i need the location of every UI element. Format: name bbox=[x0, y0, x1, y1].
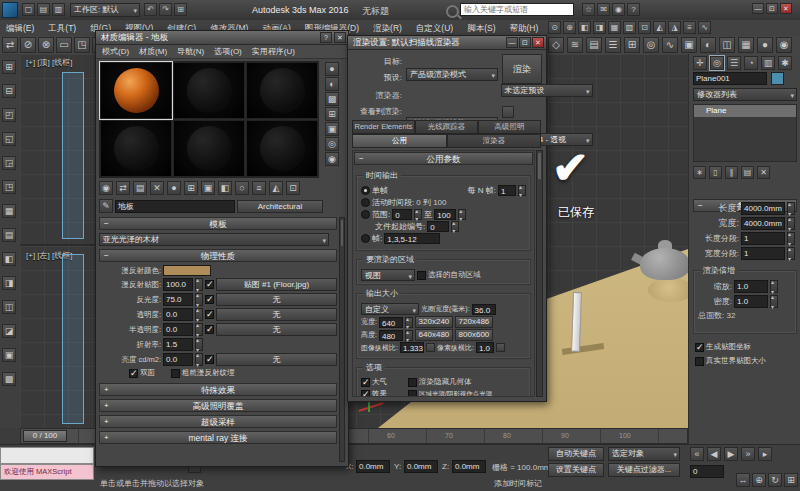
real-world-checkbox[interactable] bbox=[695, 357, 704, 366]
menu-customize[interactable]: 自定义(U) bbox=[410, 20, 459, 36]
tab-renderer[interactable]: 渲染器 bbox=[447, 134, 541, 148]
spinner-snap-icon[interactable]: ◨ bbox=[593, 21, 606, 34]
material-sample-slot[interactable] bbox=[246, 62, 318, 119]
maxscript-listener-white[interactable] bbox=[0, 447, 94, 464]
area-mode-dropdown[interactable]: 视图 bbox=[361, 269, 415, 281]
put-to-library-icon[interactable]: ⊞ bbox=[184, 181, 198, 195]
play-icon[interactable]: ▶ bbox=[724, 447, 738, 461]
shininess-spinner[interactable] bbox=[195, 293, 203, 306]
favorites-icon[interactable]: ☆ bbox=[582, 3, 595, 16]
new-scene-icon[interactable]: ▢ bbox=[22, 3, 35, 16]
render-hidden-checkbox[interactable] bbox=[408, 378, 417, 387]
close-material-editor-icon[interactable] bbox=[334, 32, 346, 43]
layout-tab-icon[interactable]: ◧ bbox=[2, 252, 16, 266]
menu-utilities[interactable]: 实用程序(U) bbox=[248, 45, 299, 58]
select-object-icon[interactable]: ▭ bbox=[56, 37, 72, 53]
help-icon[interactable]: ? bbox=[627, 3, 640, 16]
render-button[interactable]: 渲染 bbox=[502, 54, 542, 84]
layout-tab-icon[interactable]: ▦ bbox=[2, 204, 16, 218]
material-sample-slot[interactable] bbox=[173, 62, 245, 119]
pixel-aspect-field[interactable]: 1.0 bbox=[476, 342, 494, 353]
two-sided-checkbox[interactable] bbox=[129, 369, 138, 378]
menu-modes[interactable]: 模式(D) bbox=[98, 45, 133, 58]
time-slider-handle[interactable]: 0 / 100 bbox=[23, 430, 67, 442]
material-editor-icon[interactable]: ◎ bbox=[643, 37, 659, 53]
orbit-view-icon[interactable]: ↻ bbox=[768, 473, 782, 487]
maximize-viewport-icon[interactable]: ⊞ bbox=[784, 473, 798, 487]
material-sample-slot[interactable] bbox=[100, 62, 172, 119]
layout-tab-icon[interactable]: ◫ bbox=[2, 300, 16, 314]
mirror-tool-icon[interactable]: ≋ bbox=[567, 37, 583, 53]
file-start-field[interactable]: 0 bbox=[427, 221, 449, 232]
aperture-field[interactable]: 36.0 bbox=[472, 304, 496, 315]
transparency-map-button[interactable]: 无 bbox=[216, 308, 337, 321]
preset-320x240-button[interactable]: 320x240 bbox=[415, 316, 453, 328]
layout-tab-icon[interactable]: ◱ bbox=[2, 132, 16, 146]
schematic-view-icon[interactable]: ◇ bbox=[548, 37, 564, 53]
menu-help[interactable]: 帮助(H) bbox=[504, 20, 545, 36]
range-from-field[interactable]: 0 bbox=[392, 209, 412, 220]
width-field[interactable]: 4000.0mm bbox=[741, 217, 785, 230]
tab-raytracer[interactable]: 光线跟踪器 bbox=[415, 120, 478, 134]
layout-tab-icon[interactable]: ⊞ bbox=[2, 60, 16, 74]
output-preset-dropdown[interactable]: 自定义 bbox=[361, 303, 419, 315]
rendered-frame-icon[interactable]: ◫ bbox=[719, 37, 735, 53]
render-setup-titlebar[interactable]: 渲染设置: 默认扫描线渲染器 bbox=[348, 36, 546, 50]
get-material-icon[interactable]: ◉ bbox=[99, 181, 113, 195]
configure-modifier-sets-icon[interactable]: ▤ bbox=[741, 166, 754, 179]
material-sample-slot[interactable] bbox=[246, 120, 318, 177]
image-aspect-field[interactable]: 1.333 bbox=[400, 342, 424, 353]
curve-editor-toolbar-icon[interactable]: ∿ bbox=[662, 37, 678, 53]
search-input[interactable] bbox=[460, 3, 574, 16]
atmosphere-checkbox[interactable] bbox=[361, 378, 370, 387]
modifier-stack[interactable]: Plane bbox=[693, 104, 797, 162]
undo-icon[interactable]: ↶ bbox=[144, 3, 157, 16]
active-segment-radio[interactable] bbox=[361, 198, 370, 207]
app-logo-icon[interactable] bbox=[2, 2, 18, 18]
material-editor-scrollbar[interactable] bbox=[339, 217, 345, 462]
area-lights-checkbox[interactable] bbox=[408, 390, 417, 398]
curve-editor-icon[interactable]: ∿ bbox=[698, 21, 711, 34]
every-n-field[interactable]: 1 bbox=[498, 185, 516, 196]
raw-texture-checkbox[interactable] bbox=[171, 369, 180, 378]
material-id-icon[interactable]: ▣ bbox=[201, 181, 215, 195]
menu-scripting[interactable]: 脚本(S) bbox=[461, 20, 501, 36]
remove-modifier-icon[interactable]: ✕ bbox=[757, 166, 770, 179]
current-frame-field[interactable]: 0 bbox=[690, 465, 724, 478]
width-segs-spinner[interactable] bbox=[787, 247, 795, 260]
signin-avatar-icon[interactable]: ◉ bbox=[612, 3, 625, 16]
named-selection-icon[interactable]: ▧ bbox=[623, 21, 636, 34]
scrollbar-thumb[interactable] bbox=[341, 220, 343, 246]
layout-tab-icon[interactable]: ⊟ bbox=[2, 84, 16, 98]
width-spinner[interactable] bbox=[787, 217, 795, 230]
luminance-map-button[interactable]: 无 bbox=[216, 353, 337, 366]
display-tab-icon[interactable]: ▥ bbox=[761, 56, 775, 70]
go-forward-sibling-icon[interactable]: ◭ bbox=[269, 181, 283, 195]
plane-object-leftview[interactable] bbox=[62, 254, 84, 424]
options-icon[interactable]: ◎ bbox=[325, 137, 339, 151]
ior-field[interactable]: 1.5 bbox=[163, 338, 193, 351]
length-field[interactable]: 4000.0mm bbox=[741, 202, 785, 215]
align-tool-icon[interactable]: ▤ bbox=[586, 37, 602, 53]
range-from-spinner[interactable] bbox=[414, 209, 422, 220]
align-icon[interactable]: ◭ bbox=[653, 21, 666, 34]
file-start-spinner[interactable] bbox=[451, 221, 459, 232]
select-by-material-icon[interactable]: ◉ bbox=[325, 152, 339, 166]
tab-render-elements[interactable]: Render Elements bbox=[352, 120, 415, 134]
maximize-window-icon[interactable] bbox=[766, 3, 778, 14]
material-editor-titlebar[interactable]: 材质编辑器 - 地板 bbox=[96, 31, 348, 45]
generate-uv-checkbox[interactable] bbox=[695, 343, 704, 352]
layout-tab-icon[interactable]: ▩ bbox=[2, 372, 16, 386]
create-tab-icon[interactable]: ✛ bbox=[693, 56, 707, 70]
help-window-icon[interactable] bbox=[320, 32, 332, 43]
translucency-spinner[interactable] bbox=[195, 323, 203, 336]
make-unique-material-icon[interactable]: ● bbox=[167, 181, 181, 195]
render-iterative-icon[interactable]: ● bbox=[757, 37, 773, 53]
stack-item-plane[interactable]: Plane bbox=[694, 105, 796, 117]
key-filters-button[interactable]: 关键点过滤器... bbox=[608, 463, 680, 477]
backlight-icon[interactable]: ◐ bbox=[325, 77, 339, 91]
supersampling-rollout-header[interactable]: 超级采样 bbox=[99, 415, 337, 428]
tab-advanced-lighting[interactable]: 高级照明 bbox=[478, 120, 541, 134]
snap-toggle-icon[interactable]: ⊙ bbox=[548, 21, 561, 34]
scale-field[interactable]: 1.0 bbox=[734, 280, 768, 293]
